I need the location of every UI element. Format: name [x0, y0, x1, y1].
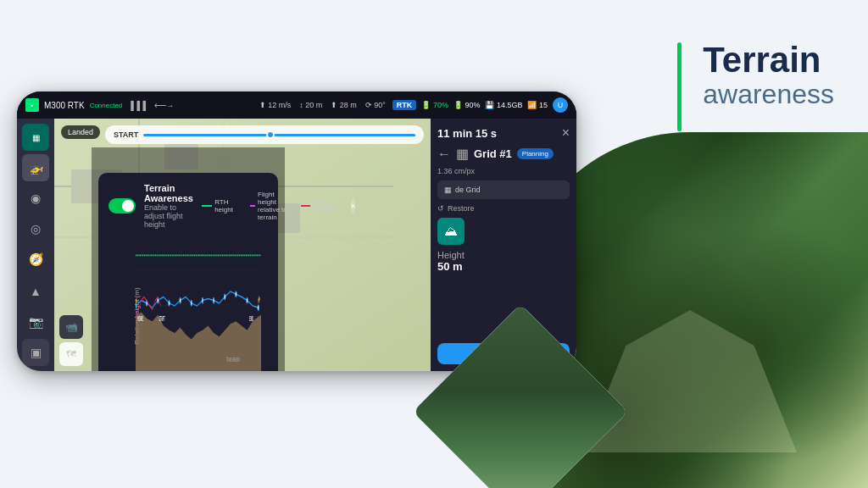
legend-flight: Flight height relative to terrain — [250, 191, 290, 221]
svg-text:HOME: HOME — [137, 314, 143, 323]
sidebar-icon-camera[interactable]: 📷 — [22, 308, 49, 336]
grid-btn[interactable]: ▦ de Grid — [437, 180, 570, 199]
map-video-icon[interactable]: 📹 — [59, 315, 83, 339]
sidebar-icon-compass[interactable]: 🧭 — [22, 246, 49, 273]
signal: 📶 15 — [527, 101, 548, 109]
sidebar-icon-grid[interactable]: ▦ — [22, 124, 49, 151]
panel-grid-title: Grid #1 — [474, 147, 512, 160]
grid-icon: ▦ — [456, 146, 469, 162]
height-label: Height — [437, 250, 570, 260]
sidebar-icon-target[interactable]: ◎ — [22, 215, 49, 242]
sidebar-icon-drone[interactable]: 🚁 — [22, 154, 49, 181]
rtk-badge[interactable]: RTK — [392, 100, 417, 110]
map-area[interactable]: Landed START 📹 🗺 — [54, 119, 431, 371]
svg-text:🚁: 🚁 — [258, 291, 261, 303]
chart-container: Relative height (m) — [108, 236, 268, 371]
panel-close-button[interactable]: × — [562, 125, 570, 141]
svg-text:🚁: 🚁 — [136, 293, 137, 305]
terrain-text-block: Terrain awareness — [703, 42, 834, 110]
drone-model: M300 RTK — [44, 101, 85, 110]
sidebar-icon-photo[interactable]: ▣ — [22, 339, 49, 366]
legend-going: Going to mission — [301, 191, 342, 221]
chart-svg: 600 450 300 150 0 HOME — [136, 236, 261, 371]
scale-info: 1.36 cm/px — [437, 167, 570, 175]
sidebar: ▦ 🚁 ◉ ◎ 🧭 ▲ 📷 ▣ — [17, 119, 54, 371]
connection-status: Connected — [90, 102, 123, 109]
speed-value: ⬆ 12 m/s — [259, 101, 292, 109]
svg-point-30 — [213, 297, 214, 302]
svg-point-26 — [169, 301, 170, 306]
svg-marker-18 — [136, 312, 261, 371]
altitude-value: ↕ 20 m — [299, 101, 322, 109]
drone-icon: ▪ — [25, 98, 39, 112]
svg-point-29 — [202, 297, 203, 302]
svg-point-31 — [224, 294, 225, 299]
start-label: START — [114, 130, 138, 139]
legend-rth: RTH height — [202, 191, 238, 221]
terrain-modal: Terrain Awareness Enable to adjust fligh… — [98, 173, 278, 371]
restore-icon: ↺ — [437, 204, 444, 213]
status-bar: ▪ M300 RTK Connected ▌▌▌ ⟵→ ⬆ 12 m/s ↕ 2… — [17, 92, 576, 119]
modal-title: Terrain Awareness — [144, 183, 193, 203]
modal-subtitle: Enable to adjust flight height — [144, 203, 193, 229]
battery2: 🔋 90% — [453, 101, 481, 109]
battery1: 🔋 70% — [421, 101, 448, 109]
restore-btn[interactable]: ↺ Restore — [437, 204, 570, 213]
back-button[interactable]: ← — [437, 147, 451, 162]
svg-point-27 — [180, 297, 181, 302]
angle-value: ⟳ 90° — [365, 101, 386, 109]
svg-point-32 — [236, 291, 237, 297]
planning-badge: Planning — [517, 148, 554, 159]
landed-badge: Landed — [61, 125, 100, 139]
svg-point-28 — [191, 301, 192, 306]
mountain-icon-btn[interactable]: ⛰ — [437, 218, 465, 245]
terrain-subtitle: awareness — [703, 78, 834, 110]
user-avatar: U — [553, 97, 568, 113]
panel-time: 11 min 15 s — [437, 127, 497, 140]
svg-text:Terrain elevation: Terrain elevation — [226, 355, 240, 363]
device: ▪ M300 RTK Connected ▌▌▌ ⟵→ ⬆ 12 m/s ↕ 2… — [17, 92, 576, 371]
storage: 💾 14.5GB — [485, 101, 522, 109]
grid-icon-small: ▦ — [444, 186, 452, 194]
toggle-switch[interactable] — [108, 198, 136, 214]
height-value: ⬆ 28 m — [331, 101, 357, 109]
modal-overlay: Terrain Awareness Enable to adjust fligh… — [92, 147, 285, 371]
terrain-title: Terrain — [703, 42, 834, 78]
map-image-icon[interactable]: 🗺 — [59, 342, 83, 366]
terrain-accent-bar — [677, 42, 682, 131]
sidebar-icon-layers[interactable]: ◉ — [22, 185, 49, 212]
height-value: 50 m — [437, 260, 570, 273]
svg-point-34 — [258, 305, 259, 310]
svg-text:END: END — [249, 314, 253, 323]
sidebar-icon-nav[interactable]: ▲ — [22, 278, 49, 305]
svg-text:START: START — [159, 314, 164, 323]
svg-point-33 — [247, 297, 248, 302]
flight-bar: START — [105, 125, 424, 144]
